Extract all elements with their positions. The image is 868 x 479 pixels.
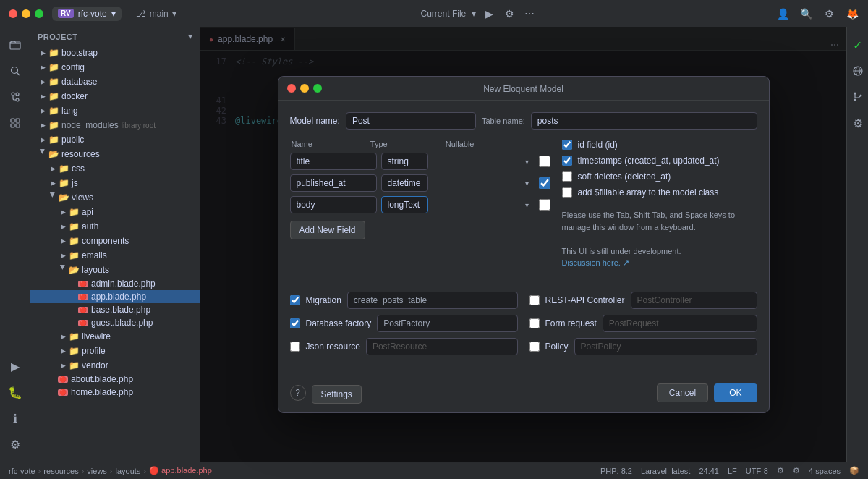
right-sidebar-check-icon[interactable]: ✓ [846,33,869,56]
sidebar-item-api[interactable]: ▶ 📁 api [30,205,200,219]
right-sidebar-network-icon[interactable] [846,59,869,82]
more-btn[interactable]: ⋯ [522,7,537,21]
field-name-input-published-at[interactable] [290,174,377,192]
sidebar-item-admin-blade[interactable]: 🔴 admin.blade.php [30,277,200,290]
sidebar-item-home-blade[interactable]: 🔴 home.blade.php [30,386,200,399]
rest-api-controller-checkbox[interactable] [529,295,540,305]
sidebar-item-lang[interactable]: ▶ 📁 lang [30,103,200,118]
bottom-options: Migration Database factory [290,281,757,361]
migration-checkbox[interactable] [290,295,300,305]
json-resource-input[interactable] [366,338,518,355]
add-user-icon[interactable]: 👤 [775,7,790,21]
sidebar-item-app-blade[interactable]: 🔴 app.blade.php [30,290,200,303]
activity-debug-icon[interactable]: 🐛 [4,381,27,404]
branch-selector[interactable]: ⎇ main ▾ [130,7,182,21]
project-selector[interactable]: RV rfc-vote ▾ [52,7,122,21]
sidebar-item-livewire[interactable]: ▶ 📁 livewire [30,329,200,344]
form-request-input[interactable] [603,315,757,332]
add-new-field-btn[interactable]: Add New Field [290,221,365,240]
fillable-checkbox[interactable] [562,187,572,198]
sidebar-item-about-blade[interactable]: 🔴 about.blade.php [30,373,200,386]
migration-input[interactable] [347,292,518,309]
field-nullable-published-at[interactable] [539,177,550,189]
activity-extensions-icon[interactable] [4,111,27,135]
sidebar-item-label: guest.blade.php [91,318,153,328]
gear-icon[interactable]: ⚙ [822,7,836,21]
modal-maximize-btn[interactable] [313,84,322,93]
database-factory-label: Database factory [306,318,372,328]
folder-icon: 📁 [48,105,59,116]
sidebar-item-bootstrap[interactable]: ▶ 📁 bootstrap [30,46,200,60]
rest-api-controller-input[interactable] [631,292,757,309]
modal-minimize-btn[interactable] [300,84,309,93]
sidebar-item-js[interactable]: ▶ 📁 js [30,176,200,190]
field-type-select-body[interactable]: string integer datetime longText text [381,196,428,213]
close-window-btn[interactable] [9,9,17,18]
field-nullable-title[interactable] [539,156,550,167]
help-button[interactable]: ? [290,385,306,401]
json-resource-checkbox[interactable] [290,342,300,352]
search-icon[interactable]: 🔍 [799,7,813,21]
right-sidebar-git-icon[interactable] [846,85,869,109]
sidebar-item-database[interactable]: ▶ 📁 database [30,75,200,89]
policy-checkbox[interactable] [529,342,540,352]
field-name-input-body[interactable] [290,196,377,213]
run-btn[interactable]: ▶ [482,7,496,21]
soft-deletes-checkbox[interactable] [562,171,572,182]
settings-btn[interactable]: Settings [312,385,362,404]
activity-settings2-icon[interactable]: ⚙ [4,433,27,456]
form-request-checkbox[interactable] [529,318,540,328]
ok-button[interactable]: OK [714,383,757,402]
database-factory-checkbox[interactable] [290,318,300,328]
sidebar-item-guest-blade[interactable]: 🔴 guest.blade.php [30,316,200,329]
sidebar-item-base-blade[interactable]: 🔴 base.blade.php [30,303,200,316]
id-field-checkbox[interactable] [562,140,572,150]
field-type-select-published-at[interactable]: string integer datetime longText [381,174,428,192]
sidebar-item-config[interactable]: ▶ 📁 config [30,60,200,75]
sidebar-item-components[interactable]: ▶ 📁 components [30,234,200,248]
info-text-2: This UI is still under development. [562,245,757,258]
model-name-input[interactable] [346,112,476,130]
breadcrumb-sep: › [38,467,41,475]
policy-input[interactable] [574,338,757,355]
sidebar-item-layouts[interactable]: ▶ 📂 layouts [30,263,200,277]
sidebar-item-docker[interactable]: ▶ 📁 docker [30,89,200,103]
table-name-input[interactable] [531,112,757,130]
right-sidebar-settings-icon[interactable]: ⚙ [846,111,869,135]
sidebar-item-auth[interactable]: ▶ 📁 auth [30,219,200,234]
cancel-button[interactable]: Cancel [657,383,708,402]
table-name-help-icon[interactable]: Table name: [482,116,525,125]
sidebar-item-emails[interactable]: ▶ 📁 emails [30,248,200,263]
new-eloquent-model-dialog: New Eloquent Model Model name: Table nam… [278,76,770,413]
blade-file-icon: 🔴 [58,389,68,396]
maximize-window-btn[interactable] [35,9,43,18]
rest-api-controller-label: REST-API Controller [545,295,625,305]
activity-git-icon[interactable] [4,85,27,109]
info-text-1: Please use the Tab, Shift-Tab, and Space… [562,209,757,233]
soft-deletes-label: soft deletes (deleted_at) [578,171,671,182]
field-type-select-title[interactable]: string integer datetime longText text bo… [381,153,428,170]
field-name-input-title[interactable] [290,153,377,170]
field-nullable-body[interactable] [539,199,550,211]
sidebar-item-resources[interactable]: ▶ 📂 resources [30,147,200,161]
status-framework: Laravel: latest [641,467,690,475]
minimize-window-btn[interactable] [22,9,30,18]
arrow-icon: ▶ [59,265,67,275]
activity-search-icon[interactable] [4,59,27,82]
sidebar-item-public[interactable]: ▶ 📁 public [30,132,200,147]
sidebar-item-css[interactable]: ▶ 📁 css [30,161,200,176]
settings-btn[interactable]: ⚙ [502,7,516,21]
form-request-label: Form request [545,318,597,328]
activity-info-icon[interactable]: ℹ [4,407,27,430]
timestamps-checkbox[interactable] [562,156,572,166]
activity-run-icon[interactable]: ▶ [4,355,27,378]
activity-folder-icon[interactable] [4,33,27,56]
modal-close-btn[interactable] [287,84,296,93]
database-factory-input[interactable] [377,315,517,332]
discussion-link[interactable]: Discussion here. ↗ [562,258,629,267]
sidebar-item-vendor[interactable]: ▶ 📁 vendor [30,358,200,373]
current-file-dropdown: ▾ [472,9,476,19]
sidebar-item-node-modules[interactable]: ▶ 📁 node_modules library root [30,118,200,132]
sidebar-item-profile[interactable]: ▶ 📁 profile [30,344,200,358]
sidebar-item-views[interactable]: ▶ 📂 views [30,190,200,205]
